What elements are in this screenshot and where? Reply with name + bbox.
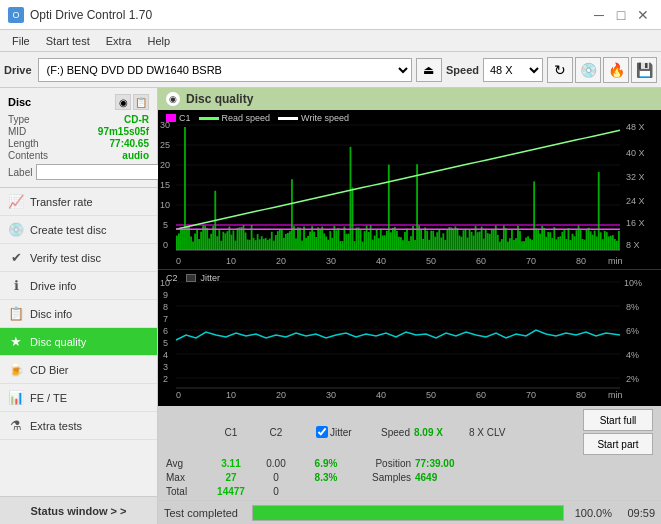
- svg-rect-84: [281, 229, 283, 250]
- svg-rect-40: [192, 242, 194, 250]
- svg-text:4: 4: [163, 350, 168, 360]
- svg-rect-81: [275, 235, 277, 250]
- sidebar-item-drive-info[interactable]: ℹ Drive info: [0, 272, 157, 300]
- svg-text:0: 0: [163, 240, 168, 250]
- maximize-button[interactable]: □: [611, 5, 631, 25]
- svg-text:10: 10: [160, 200, 170, 210]
- svg-rect-56: [224, 233, 226, 250]
- sidebar-item-cd-bier[interactable]: 🍺 CD Bier: [0, 356, 157, 384]
- status-window-button[interactable]: Status window > >: [0, 496, 157, 524]
- titlebar-left: O Opti Drive Control 1.70: [8, 7, 152, 23]
- burn-icon-button[interactable]: 🔥: [603, 57, 629, 83]
- svg-rect-107: [327, 240, 329, 250]
- disc-icon-button[interactable]: 💿: [575, 57, 601, 83]
- refresh-button[interactable]: ↻: [547, 57, 573, 83]
- jitter-legend-label: Jitter: [201, 273, 221, 283]
- start-part-button[interactable]: Start part: [583, 433, 653, 455]
- svg-rect-236: [588, 228, 590, 250]
- svg-rect-195: [505, 228, 507, 250]
- menu-help[interactable]: Help: [139, 33, 178, 49]
- stats-header-row: C1 C2 Jitter Speed 8.09 X 8 X CLV Start …: [162, 408, 657, 456]
- disc-label-row: Label ✎: [8, 163, 149, 181]
- total-c2: 0: [256, 486, 296, 497]
- svg-rect-130: [374, 236, 376, 250]
- svg-rect-181: [477, 232, 479, 250]
- label-input[interactable]: [36, 164, 169, 180]
- svg-rect-121: [356, 228, 358, 250]
- disc-icon-btn2[interactable]: 📋: [133, 94, 149, 110]
- svg-rect-222: [559, 236, 561, 250]
- svg-rect-57: [226, 231, 228, 250]
- menu-file[interactable]: File: [4, 33, 38, 49]
- sidebar-item-label: Transfer rate: [30, 196, 93, 208]
- svg-rect-234: [584, 240, 586, 250]
- svg-text:5: 5: [163, 220, 168, 230]
- svg-rect-89: [291, 179, 293, 250]
- speed-select[interactable]: 8 X 16 X 24 X 32 X 40 X 48 X: [483, 58, 543, 82]
- svg-text:9: 9: [163, 290, 168, 300]
- sidebar-item-disc-info[interactable]: 📋 Disc info: [0, 300, 157, 328]
- svg-rect-33: [178, 233, 180, 250]
- svg-rect-199: [513, 240, 515, 250]
- svg-text:8%: 8%: [626, 302, 639, 312]
- samples-value: 4649: [411, 472, 471, 483]
- svg-text:min: min: [608, 390, 623, 400]
- jitter-checkbox[interactable]: [316, 426, 328, 438]
- save-button[interactable]: 💾: [631, 57, 657, 83]
- svg-rect-75: [263, 239, 265, 250]
- sidebar-item-fe-te[interactable]: 📊 FE / TE: [0, 384, 157, 412]
- sidebar-item-verify-test-disc[interactable]: ✔ Verify test disc: [0, 244, 157, 272]
- svg-rect-112: [337, 228, 339, 250]
- svg-rect-120: [354, 241, 356, 250]
- type-label: Type: [8, 114, 30, 125]
- svg-rect-71: [255, 240, 257, 250]
- eject-button[interactable]: ⏏: [416, 58, 442, 82]
- sidebar-item-create-test-disc[interactable]: 💿 Create test disc: [0, 216, 157, 244]
- svg-text:24 X: 24 X: [626, 196, 645, 206]
- svg-rect-111: [335, 230, 337, 250]
- svg-text:0: 0: [176, 390, 181, 400]
- progress-status: Test completed: [164, 507, 244, 519]
- svg-text:4%: 4%: [626, 350, 639, 360]
- svg-rect-209: [533, 181, 535, 250]
- avg-c2: 0.00: [256, 458, 296, 469]
- disc-contents-row: Contents audio: [8, 150, 149, 161]
- svg-text:80: 80: [576, 256, 586, 266]
- svg-rect-42: [196, 229, 198, 250]
- svg-rect-104: [321, 227, 323, 250]
- svg-rect-159: [432, 231, 434, 250]
- minimize-button[interactable]: ─: [589, 5, 609, 25]
- close-button[interactable]: ✕: [633, 5, 653, 25]
- verify-disc-icon: ✔: [8, 250, 24, 265]
- svg-rect-198: [511, 230, 513, 250]
- drive-select[interactable]: (F:) BENQ DVD DD DW1640 BSRB: [38, 58, 412, 82]
- svg-rect-117: [348, 234, 350, 250]
- svg-rect-197: [509, 238, 511, 250]
- sidebar-item-label: CD Bier: [30, 364, 69, 376]
- svg-rect-192: [499, 242, 501, 250]
- svg-rect-189: [493, 229, 495, 250]
- svg-rect-101: [315, 237, 317, 250]
- start-full-button[interactable]: Start full: [583, 409, 653, 431]
- svg-rect-205: [525, 238, 527, 250]
- svg-rect-224: [563, 230, 565, 250]
- disc-icon-btn1[interactable]: ◉: [115, 94, 131, 110]
- svg-text:10%: 10%: [624, 278, 642, 288]
- svg-rect-177: [469, 230, 471, 250]
- svg-rect-223: [561, 232, 563, 250]
- svg-rect-53: [218, 230, 220, 250]
- menu-start-test[interactable]: Start test: [38, 33, 98, 49]
- svg-rect-184: [483, 239, 485, 250]
- stats-total-row: Total 14477 0: [162, 485, 657, 498]
- svg-rect-36: [184, 127, 186, 250]
- menu-extra[interactable]: Extra: [98, 33, 140, 49]
- svg-text:70: 70: [526, 256, 536, 266]
- svg-rect-225: [566, 239, 568, 250]
- sidebar-item-transfer-rate[interactable]: 📈 Transfer rate: [0, 188, 157, 216]
- sidebar-item-extra-tests[interactable]: ⚗ Extra tests: [0, 412, 157, 440]
- svg-rect-214: [543, 228, 545, 250]
- legend-c1: C1: [166, 113, 191, 123]
- sidebar-item-disc-quality[interactable]: ★ Disc quality: [0, 328, 157, 356]
- svg-rect-146: [406, 229, 408, 250]
- svg-text:30: 30: [326, 390, 336, 400]
